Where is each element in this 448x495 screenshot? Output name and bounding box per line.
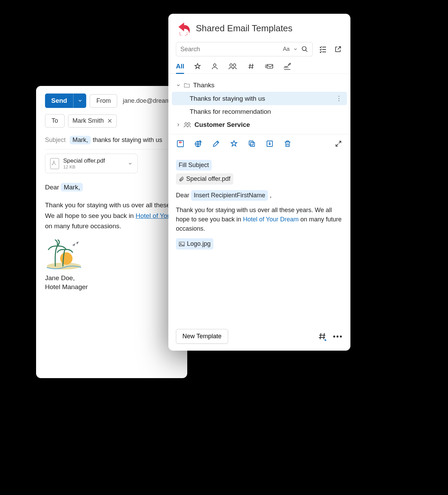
from-email-text: jane.doe@dream [123,97,170,104]
folder-row-thanks[interactable]: Thanks [172,79,347,92]
recipient-chip[interactable]: Mark Smith ✕ [68,114,117,128]
attachment-size: 12 KB [63,164,105,169]
external-link-icon[interactable] [333,44,343,54]
signature-icon [283,63,291,70]
chevron-down-icon [78,98,82,103]
send-button[interactable]: Send [45,94,86,108]
template-item-label: Thanks for staying with us [190,95,265,102]
svg-rect-12 [249,141,253,145]
greeting-highlight: Mark, [61,183,83,191]
tab-signatures[interactable] [283,63,291,74]
font-size-label[interactable]: Aa [283,46,290,52]
import-icon[interactable] [265,139,274,148]
search-field[interactable] [180,46,279,53]
preview-attachment-pill[interactable]: Special offer.pdf [176,173,233,185]
people-icon [183,121,192,128]
hotel-link[interactable]: Hotel of You [136,212,171,219]
signature-name: Jane Doe, [45,274,178,283]
chevron-down-icon [128,161,133,166]
logo-image [45,239,83,270]
subject-input[interactable]: Mark, thanks for staying with us [70,136,162,144]
email-body[interactable]: Dear Mark, Thank you for staying with us… [45,182,178,292]
svg-point-4 [230,64,232,66]
tab-favorites[interactable] [194,63,201,74]
subject-highlight: Mark, [70,136,91,144]
preview-para-1a: Thank you for staying with us over all t… [176,207,313,213]
send-button-label: Send [45,97,73,104]
tab-all[interactable]: All [176,63,184,74]
more-icon[interactable]: ⋮ [336,95,343,102]
body-line-2-prefix: We all hope to see you back in [45,212,134,219]
folder-row-customer-service[interactable]: Customer Service [172,118,347,131]
preview-attachment-name: Special offer.pdf [186,174,231,184]
new-template-button[interactable]: New Template [176,329,228,344]
paperclip-icon [179,176,184,182]
svg-point-5 [233,64,236,66]
send-dropdown-caret[interactable] [73,94,86,108]
delete-icon[interactable] [283,139,292,148]
person-icon [211,63,219,70]
chevron-right-icon [176,122,181,127]
svg-rect-6 [267,65,273,68]
brand-reply-icon [176,21,191,36]
folder-label: Thanks [193,81,214,89]
chevron-down-icon [176,83,181,88]
people-icon [228,63,238,70]
tab-tags[interactable] [247,63,255,74]
favorite-icon[interactable] [229,139,238,148]
hashtag-macro-icon[interactable] [318,332,327,341]
body-line-1: Thank you for staying with us over all t… [45,201,170,209]
hash-icon [247,63,255,70]
to-button[interactable]: To [45,114,65,128]
greeting-prefix: Dear [45,184,59,191]
preview-greeting-prefix: Dear [176,192,189,199]
more-icon[interactable]: ••• [333,332,343,341]
insert-icon[interactable] [176,139,185,148]
recipient-token-pill[interactable]: Insert RecipientFirstName [191,190,268,201]
svg-point-15 [180,243,181,244]
close-icon[interactable]: ✕ [107,117,112,125]
svg-point-2 [302,47,306,51]
body-line-3: on many future occasions. [45,222,121,230]
template-item-label: Thanks for recommendation [190,108,271,116]
attachment-menu-caret[interactable] [128,161,133,166]
preview-hotel-link[interactable]: Hotel of Your Dream [243,216,299,223]
svg-rect-11 [250,142,255,146]
folder-icon [183,82,190,89]
template-preview: Fill Subject Special offer.pdf Dear Inse… [168,153,350,323]
image-icon [179,241,185,247]
web-edit-icon[interactable] [194,139,203,148]
star-icon [194,63,201,70]
subject-label: Subject [45,136,66,144]
tab-personal[interactable] [211,63,219,74]
send-mail-icon [265,63,273,70]
svg-point-1 [60,252,72,265]
pdf-icon [50,158,59,169]
svg-point-3 [214,64,216,66]
folder-label: Customer Service [194,121,250,129]
template-item[interactable]: Thanks for recommendation [172,105,347,118]
attachment-name: Special offer.pdf [63,157,105,164]
search-icon[interactable] [301,46,308,53]
template-item-selected[interactable]: Thanks for staying with us ⋮ [172,92,347,105]
tab-quicksend[interactable] [265,63,273,74]
recipient-name: Mark Smith [72,117,104,124]
chevron-down-icon[interactable] [293,47,298,52]
copy-icon[interactable] [247,139,256,148]
svg-point-8 [188,123,190,125]
checklist-icon[interactable] [318,44,328,54]
from-button[interactable]: From [90,94,117,108]
tab-team[interactable] [228,63,238,74]
expand-icon[interactable] [334,139,343,148]
fill-subject-pill[interactable]: Fill Subject [176,160,212,170]
signature-title: Hotel Manager [45,283,178,292]
logo-token-pill[interactable]: Logo.jpg [176,238,213,250]
templates-panel: Shared Email Templates Aa All [168,14,350,351]
edit-icon[interactable] [212,139,221,148]
attachment-card[interactable]: Special offer.pdf 12 KB [45,154,138,173]
svg-point-7 [185,123,187,125]
compose-window: Send From jane.doe@dream To Mark Smith ✕… [36,86,187,378]
logo-token-label: Logo.jpg [187,239,211,249]
preview-greeting-suffix: , [270,192,271,199]
search-input[interactable]: Aa [176,42,313,56]
